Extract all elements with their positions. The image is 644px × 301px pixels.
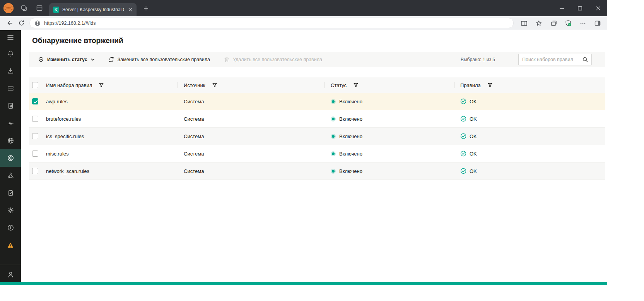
ruleset-name: misc.rules	[46, 145, 178, 162]
app-sidebar	[0, 30, 21, 285]
toolbar: Изменить статус Заменить все пользовател…	[29, 52, 605, 67]
row-checkbox[interactable]	[32, 168, 38, 174]
delete-all-rules-label: Удалить все пользовательские правила	[233, 57, 322, 62]
table-row[interactable]: awp.rules Система Включено OK	[29, 93, 605, 110]
replace-all-rules-button[interactable]: Заменить все пользовательские правила	[109, 57, 210, 62]
url-text: https://192.168.2.1/#/ids	[44, 21, 96, 26]
sidebar-item-about[interactable]	[0, 219, 21, 236]
sidebar-item-servers[interactable]	[0, 80, 21, 97]
favorites-icon[interactable]	[533, 17, 545, 29]
maximize-button[interactable]	[571, 0, 589, 16]
row-checkbox[interactable]	[32, 116, 38, 122]
column-label: Правила	[460, 82, 481, 88]
table-row[interactable]: bruteforce.rules Система Включено OK	[29, 110, 605, 128]
rules-status-label: OK	[470, 168, 477, 174]
search-box[interactable]	[518, 54, 592, 65]
app-area: Обнаружение вторжений Изменить статус За…	[0, 30, 607, 285]
rules-status-label: OK	[470, 151, 477, 157]
shield-check-icon	[38, 57, 44, 62]
url-bar[interactable]: https://192.168.2.1/#/ids	[29, 18, 514, 28]
rules-status-label: OK	[470, 133, 477, 139]
status-label: Включено	[339, 133, 362, 139]
tab-title: Server | Kaspersky Industrial Cybe	[62, 7, 124, 12]
column-label: Статус	[331, 82, 347, 88]
change-status-button[interactable]: Изменить статус	[38, 57, 95, 62]
row-checkbox[interactable]	[32, 98, 38, 104]
status-label: Включено	[339, 116, 362, 122]
table-row[interactable]: misc.rules Система Включено OK	[29, 145, 605, 162]
sidebar-item-user-account[interactable]	[0, 265, 21, 284]
filter-icon[interactable]	[354, 83, 358, 87]
new-tab-icon[interactable]	[140, 3, 151, 14]
sidebar-item-tasks[interactable]	[0, 184, 21, 202]
tab-close-icon[interactable]	[127, 7, 133, 13]
ruleset-name: network_scan.rules	[46, 162, 178, 180]
status-label: Включено	[339, 99, 362, 104]
browser-tab[interactable]: Server | Kaspersky Industrial Cybe	[49, 3, 137, 16]
split-screen-icon[interactable]	[518, 17, 530, 29]
ruleset-name: bruteforce.rules	[46, 110, 178, 127]
selected-count: Выбрано: 1 из 5	[461, 57, 495, 62]
workspaces-icon[interactable]	[19, 3, 29, 13]
ok-check-icon	[460, 133, 466, 139]
status-dot-icon	[331, 99, 336, 104]
column-header-source[interactable]: Источник	[178, 77, 325, 93]
tab-actions-icon[interactable]	[34, 3, 44, 13]
sidebar-item-network[interactable]	[0, 132, 21, 149]
sidebar-item-process-control[interactable]	[0, 167, 21, 184]
sidebar-item-intrusion-detection[interactable]	[0, 149, 21, 167]
ruleset-source: Система	[178, 93, 325, 110]
rules-status-label: OK	[470, 99, 477, 104]
profile-avatar[interactable]	[3, 3, 14, 13]
table-row[interactable]: ics_specific.rules Система Включено OK	[29, 128, 605, 145]
column-header-status[interactable]: Статус	[325, 77, 454, 93]
collections-icon[interactable]	[548, 17, 559, 29]
status-dot-icon	[331, 134, 336, 139]
refresh-icon[interactable]	[15, 17, 27, 29]
trash-icon	[224, 57, 229, 62]
sidebar-item-warnings[interactable]	[0, 236, 21, 254]
sidebar-panel-icon[interactable]	[592, 17, 603, 29]
ruleset-source: Система	[178, 145, 325, 162]
status-dot-icon	[331, 116, 336, 121]
row-checkbox[interactable]	[32, 133, 38, 139]
close-button[interactable]	[589, 0, 607, 16]
ruleset-name: ics_specific.rules	[46, 128, 178, 145]
search-input[interactable]	[522, 57, 580, 62]
settings-menu-icon[interactable]	[577, 17, 589, 29]
select-all-checkbox[interactable]	[32, 82, 38, 88]
status-label: Включено	[339, 151, 362, 157]
column-header-name[interactable]: Имя набора правил	[46, 77, 178, 93]
main-content: Обнаружение вторжений Изменить статус За…	[21, 30, 607, 285]
row-checkbox[interactable]	[32, 150, 38, 157]
table-body: awp.rules Система Включено OK bruteforce…	[29, 93, 605, 180]
status-dot-icon	[331, 151, 336, 156]
sidebar-item-settings[interactable]	[0, 202, 21, 219]
search-icon	[583, 57, 588, 62]
browser-titlebar: Server | Kaspersky Industrial Cybe	[0, 0, 607, 16]
filter-icon[interactable]	[488, 83, 492, 87]
table-header: Имя набора правил Источник Статус	[29, 77, 605, 93]
chevron-down-icon	[91, 58, 95, 61]
sidebar-item-updates[interactable]	[0, 62, 21, 80]
menu-toggle-icon[interactable]	[0, 30, 21, 45]
table-row[interactable]: network_scan.rules Система Включено OK	[29, 162, 605, 180]
replace-all-rules-label: Заменить все пользовательские правила	[118, 57, 210, 62]
sidebar-item-notifications[interactable]	[0, 45, 21, 62]
sidebar-item-reports[interactable]	[0, 97, 21, 115]
filter-icon[interactable]	[212, 83, 217, 87]
ruleset-source: Система	[178, 128, 325, 145]
ok-check-icon	[460, 116, 466, 122]
browser-essentials-icon[interactable]	[562, 17, 574, 29]
page-title: Обнаружение вторжений	[32, 36, 605, 45]
site-globe-icon	[34, 20, 41, 26]
ok-check-icon	[460, 98, 466, 104]
sidebar-item-events[interactable]	[0, 115, 21, 132]
kaspersky-favicon-icon	[53, 7, 59, 13]
filter-icon[interactable]	[99, 83, 104, 87]
rules-status-label: OK	[470, 116, 477, 122]
back-icon[interactable]	[4, 17, 15, 29]
minimize-button[interactable]	[553, 0, 571, 16]
ok-check-icon	[460, 168, 466, 174]
column-header-rules[interactable]: Правила	[454, 77, 605, 93]
